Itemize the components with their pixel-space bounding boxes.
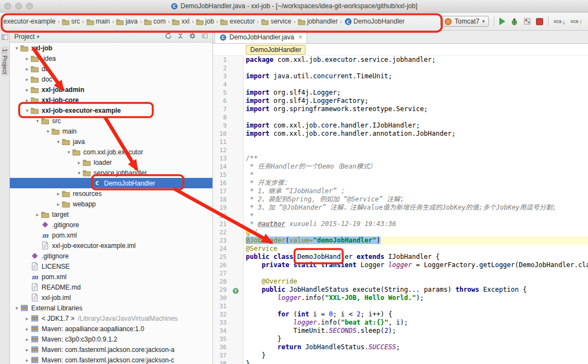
collapsed-arrow-icon[interactable]: ▸ [24, 77, 31, 82]
collapsed-arrow-icon[interactable]: ▸ [24, 56, 31, 61]
tree-item-demojobhandler[interactable]: CDemoJobHandler [10, 178, 212, 188]
editor-tab-demojobhandler[interactable]: C DemoJobHandler.java × [215, 31, 307, 43]
expanded-arrow-icon[interactable]: ▾ [65, 149, 72, 155]
breadcrumb-item-job[interactable]: job [195, 17, 215, 26]
expanded-arrow-icon[interactable]: ▾ [34, 118, 41, 124]
tree-item-.gitignore[interactable]: .gitignore [10, 251, 212, 261]
collapsed-arrow-icon[interactable]: ▸ [24, 337, 31, 342]
expanded-arrow-icon[interactable]: ▾ [13, 45, 20, 51]
tree-item-src[interactable]: ▾src [10, 115, 212, 126]
expanded-arrow-icon[interactable]: ▾ [13, 305, 20, 311]
tool-window-stripe: 1: Project [0, 31, 10, 364]
project-panel-header: Project ▾ [10, 31, 212, 43]
tree-item-.idea[interactable]: ▸.idea [10, 53, 212, 63]
run-configuration-select[interactable]: Tomcat7 ▾ [440, 16, 489, 27]
overriding-method-icon[interactable] [233, 286, 239, 296]
tree-item-resources[interactable]: ▸resources [10, 188, 212, 199]
line-number: 3 [213, 72, 227, 80]
tree-item-doc[interactable]: ▸doc [10, 74, 212, 84]
tree-item-label: service.jobhandler [94, 169, 147, 177]
run-button[interactable] [499, 18, 505, 25]
collapsed-arrow-icon[interactable]: ▸ [24, 357, 31, 363]
breadcrumb-item-executor[interactable]: executor [219, 17, 256, 26]
tree-item-webapp[interactable]: ▸webapp [10, 199, 212, 209]
vcs-commit-button[interactable]: VCS ↑ [570, 18, 583, 25]
tree-item-pom.xml[interactable]: mpom.xml [10, 271, 212, 282]
tree-item-loader[interactable]: ▸loader [10, 157, 212, 167]
expanded-arrow-icon[interactable]: ▾ [44, 129, 51, 134]
tree-item-.gitignore[interactable]: .gitignore [10, 219, 212, 230]
tree-item-maven-com.fasterxml.jackson.core-jackson-a[interactable]: ▸Maven: com.fasterxml.jackson.core:jacks… [10, 344, 212, 355]
project-tree[interactable]: ▾xxl-job▸.idea▸db▸doc▸xxl-job-admin▸xxl-… [10, 43, 212, 364]
project-panel-title-wrap[interactable]: Project ▾ [14, 33, 39, 41]
collapsed-arrow-icon[interactable]: ▸ [24, 87, 31, 93]
zoom-window-button[interactable] [26, 3, 33, 9]
chevron-down-icon: ▾ [482, 19, 485, 24]
breadcrumb-item-main[interactable]: main [85, 17, 111, 26]
breadcrumb-item-demojobhandler[interactable]: CDemoJobHandler [343, 17, 406, 26]
tree-item-com.xxl.job.executor[interactable]: ▾com.xxl.job.executor [10, 147, 212, 157]
editor-breadcrumb-class[interactable]: DemoJobHandler [246, 45, 305, 55]
sync-icon[interactable] [165, 32, 172, 41]
expanded-arrow-icon[interactable]: ▾ [24, 108, 31, 113]
minimize-window-button[interactable] [15, 3, 22, 9]
tree-item-license[interactable]: LICENSE [10, 261, 212, 271]
code-content[interactable]: package com.xxl.job.executor.service.job… [244, 56, 588, 364]
tree-item-xxl-job-executor-example.iml[interactable]: xxl-job-executor-example.iml [10, 240, 212, 251]
debug-button[interactable] [510, 18, 518, 26]
breadcrumb-item-xxl[interactable]: xxl [171, 17, 191, 26]
collapsed-arrow-icon[interactable]: ▸ [24, 326, 31, 332]
tree-item-readme.md[interactable]: README.md [10, 282, 212, 292]
tree-item-pom.xml[interactable]: mpom.xml [10, 230, 212, 240]
tree-item-main[interactable]: ▾main [10, 126, 212, 136]
tree-item-xxl-job-admin[interactable]: ▸xxl-job-admin [10, 84, 212, 95]
hide-panel-icon[interactable] [201, 32, 208, 41]
expanded-arrow-icon[interactable]: ▾ [76, 170, 83, 176]
tree-item-target[interactable]: ▸target [10, 209, 212, 219]
collapsed-arrow-icon[interactable]: ▸ [55, 201, 62, 207]
close-window-button[interactable] [4, 3, 11, 9]
expanded-arrow-icon[interactable]: ▾ [55, 139, 62, 145]
code-token: for [278, 310, 290, 318]
folder-icon [62, 137, 71, 146]
tree-item-db[interactable]: ▸db [10, 63, 212, 74]
vcs-update-button[interactable]: VCS ↓ [554, 18, 566, 25]
collapsed-arrow-icon[interactable]: ▸ [24, 97, 31, 103]
close-tab-icon[interactable]: × [298, 34, 302, 41]
breadcrumb-item-com[interactable]: com [143, 17, 167, 26]
intention-bulb-icon[interactable] [245, 229, 252, 239]
gear-icon[interactable] [189, 32, 196, 41]
run-with-coverage-button[interactable] [523, 18, 531, 25]
tree-item-maven-c3p0-c3p0-0.9.1.2[interactable]: ▸Maven: c3p0:c3p0:0.9.1.2 [10, 334, 212, 344]
collapsed-arrow-icon[interactable]: ▸ [24, 316, 31, 321]
maven-icon: m [41, 231, 50, 240]
project-tool-window-button[interactable]: 1: Project [1, 47, 9, 76]
breadcrumb-item-src[interactable]: src [61, 17, 81, 26]
line-number: 2 [213, 64, 227, 72]
breadcrumb-item-label: executor-example [3, 18, 55, 25]
tree-item-java[interactable]: ▾java [10, 136, 212, 147]
breadcrumb-item-executor-example[interactable]: executor-example [2, 17, 56, 26]
editor-gutter[interactable]: 1234567891011121314151617181920212223242… [213, 56, 244, 364]
tree-item-external-libraries[interactable]: ▾External Libraries [10, 303, 212, 313]
tree-item-jdk1.7[interactable]: ▸< JDK1.7 >/Library/Java/JavaVirtualMach… [10, 313, 212, 323]
breadcrumb-item-java[interactable]: java [115, 17, 139, 26]
collapsed-arrow-icon[interactable]: ▸ [24, 66, 31, 72]
code-area[interactable]: 1234567891011121314151617181920212223242… [213, 56, 588, 364]
collapsed-arrow-icon[interactable]: ▸ [24, 347, 31, 353]
tree-item-maven-com.fasterxml.jackson.core-jackson-c[interactable]: ▸Maven: com.fasterxml.jackson.core:jacks… [10, 355, 212, 364]
breadcrumb-item-jobhandler[interactable]: jobhandler [297, 17, 339, 26]
collapse-all-icon[interactable] [177, 32, 184, 41]
tree-item-service.jobhandler[interactable]: ▾service.jobhandler [10, 167, 212, 178]
tree-item-xxl-job.iml[interactable]: xxl-job.iml [10, 292, 212, 303]
breadcrumb-item-service[interactable]: service [260, 17, 292, 26]
tree-item-xxl-job-core[interactable]: ▸xxl-job-core [10, 95, 212, 105]
collapsed-arrow-icon[interactable]: ▸ [55, 191, 62, 197]
tree-item-xxl-job-executor-example[interactable]: ▾xxl-job-executor-example [10, 105, 212, 115]
stop-button[interactable] [536, 18, 543, 25]
collapsed-arrow-icon[interactable]: ▸ [76, 160, 83, 165]
tree-item-xxl-job[interactable]: ▾xxl-job [10, 43, 212, 53]
tree-item-maven-aopalliance-aopalliance-1.0[interactable]: ▸Maven: aopalliance:aopalliance:1.0 [10, 323, 212, 334]
line-number: 10 [213, 130, 227, 138]
collapsed-arrow-icon[interactable]: ▸ [34, 212, 41, 217]
